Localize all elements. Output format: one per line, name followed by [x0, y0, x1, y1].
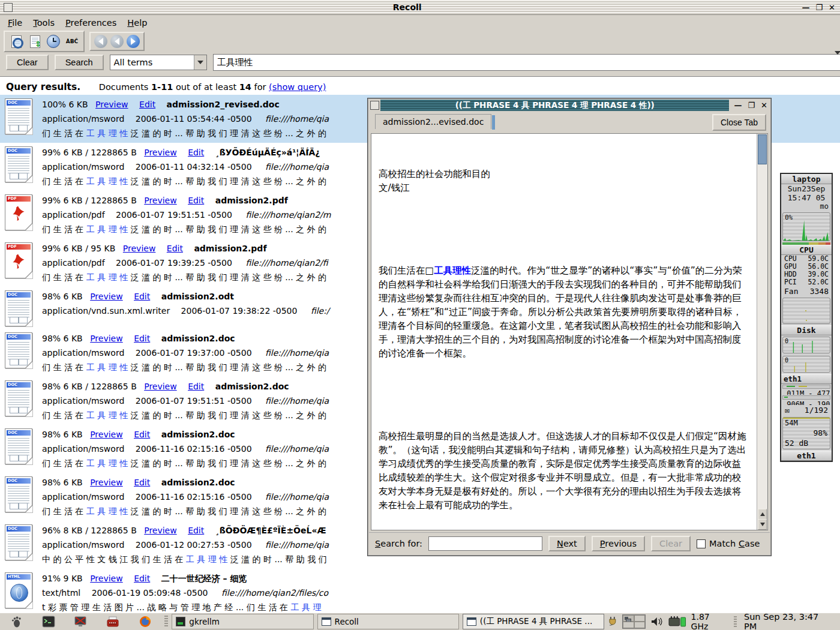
tab-accent [492, 115, 495, 130]
preview-tab[interactable]: admission2...evised.doc [375, 114, 491, 129]
scroll-up-button[interactable] [758, 509, 767, 520]
show-query-link[interactable]: (show query) [269, 82, 326, 92]
preview-link[interactable]: Preview [90, 430, 123, 439]
wireless-rate: 54M [785, 419, 798, 427]
close-button[interactable]: ✕ [829, 4, 835, 11]
next-page-button[interactable] [127, 35, 140, 48]
typewriter-editor-icon[interactable] [105, 614, 121, 629]
edit-link[interactable]: Edit [134, 574, 150, 583]
eth1-footer-label[interactable]: eth1 [781, 451, 832, 461]
preview-window-menu-icon[interactable] [370, 101, 379, 110]
search-button[interactable]: Search [55, 55, 104, 70]
doc-total: 14 [239, 82, 251, 92]
eth1-section-label[interactable]: eth1 [781, 374, 832, 384]
fan-chart[interactable] [782, 298, 830, 324]
scroll-down-button[interactable] [758, 519, 767, 530]
maximize-button[interactable]: ❐ [815, 4, 823, 11]
menubar: File Tools Preferences Help [0, 15, 840, 30]
power-plug-icon[interactable] [608, 616, 617, 628]
prev-page-button[interactable] [110, 35, 124, 48]
result-date: 2006-01-07 19:51:51 -0500 [136, 396, 252, 406]
edit-link[interactable]: Edit [134, 292, 150, 301]
result-url: file:///home/qia [265, 396, 329, 406]
edit-link[interactable]: Edit [188, 526, 204, 535]
taskbar-button-recoll[interactable]: Recoll [317, 614, 459, 629]
result-relevance-size: 98% 6 KB [42, 430, 83, 439]
match-case-option[interactable]: Match Case [697, 539, 760, 548]
disk-chart-1[interactable]: 0 [782, 337, 830, 353]
wireless-quality: 98% [814, 428, 827, 437]
firefox-icon[interactable] [137, 614, 153, 629]
cpu-frequency: 1.87 GHz [691, 612, 729, 630]
wireless-panel[interactable]: 54M 98% 52 dB [782, 417, 830, 449]
preview-link[interactable]: Preview [144, 196, 177, 205]
match-case-checkbox[interactable] [697, 539, 706, 548]
find-previous-button[interactable]: Previous [592, 536, 645, 551]
edit-link[interactable]: Edit [139, 100, 155, 109]
menu-help[interactable]: Help [123, 17, 151, 29]
edit-link[interactable]: Edit [134, 334, 150, 343]
edit-link[interactable]: Edit [167, 244, 183, 253]
globe-icon [10, 584, 28, 602]
preview-link[interactable]: Preview [123, 244, 156, 253]
preview-close-button[interactable]: ✕ [761, 101, 767, 109]
mail-monitor[interactable]: ✉ 1/192 [781, 405, 832, 416]
close-tab-button[interactable]: Close Tab [712, 114, 766, 131]
terminal-icon[interactable] [41, 614, 56, 629]
scrollbar-thumb[interactable] [758, 134, 767, 164]
edit-link[interactable]: Edit [134, 478, 150, 487]
query-input[interactable] [214, 55, 835, 70]
cpu-section-label[interactable]: CPU [781, 245, 832, 255]
preview-link[interactable]: Preview [90, 334, 123, 343]
find-clear-button[interactable]: Clear [651, 536, 691, 551]
term-explorer-icon[interactable]: ÅBĈ [64, 34, 80, 49]
cpu-chart[interactable]: 0% [782, 212, 830, 241]
first-page-button[interactable] [94, 35, 107, 48]
clear-search-icon[interactable] [8, 34, 24, 49]
query-history-arrow-icon[interactable] [835, 55, 840, 70]
panel-drag-handle[interactable] [164, 616, 168, 628]
taskbar-button-preview[interactable]: ((工 PHRASE 4 具 PHRASE ... [463, 614, 604, 629]
preview-maximize-button[interactable]: ❐ [748, 101, 755, 109]
volume-icon[interactable] [650, 616, 664, 627]
menu-file[interactable]: File [4, 17, 26, 29]
window-menu-icon[interactable] [4, 3, 13, 12]
minimize-button[interactable]: — [802, 4, 809, 11]
history-icon[interactable] [46, 34, 61, 49]
disk-section-label[interactable]: Disk [781, 325, 832, 335]
lock-screen-icon[interactable] [73, 614, 88, 629]
preview-link[interactable]: Preview [90, 292, 123, 301]
workspace-pager[interactable] [622, 614, 646, 629]
menu-tools[interactable]: Tools [29, 17, 59, 29]
find-input[interactable] [428, 536, 542, 551]
taskbar-button-gkrellm[interactable]: gkrellm [172, 614, 313, 629]
edit-link[interactable]: Edit [188, 382, 204, 391]
preview-scrollbar[interactable] [757, 134, 767, 530]
sort-by-date-icon[interactable]: ⇕ [27, 34, 43, 49]
net-tx-value: .906M - 190 [781, 400, 832, 406]
search-mode-select[interactable]: All terms [110, 55, 207, 70]
preview-link[interactable]: Preview [144, 526, 177, 535]
toolbar: ⇕ ÅBĈ [0, 30, 840, 53]
preview-link[interactable]: Preview [90, 574, 123, 583]
edit-link[interactable]: Edit [134, 430, 150, 439]
preview-link[interactable]: Preview [144, 382, 177, 391]
result-date: 2006-01-12 00:27:53 -0500 [136, 540, 252, 550]
clock[interactable]: Sun Sep 23, 3:47 PM [742, 612, 836, 630]
disk-chart-2[interactable]: 0 [782, 356, 830, 373]
result-mimetype: application/msword [42, 162, 124, 172]
menu-preferences[interactable]: Preferences [61, 17, 121, 29]
gnome-foot-icon[interactable] [8, 614, 24, 629]
gkrellm-hostname[interactable]: laptop [781, 174, 832, 184]
edit-link[interactable]: Edit [188, 196, 204, 205]
preview-document-text[interactable]: 高校招生的社会功能和目的 文/钱江 我们生活在□工具理性泛滥的时代。作为“世之显… [371, 133, 768, 530]
result-row[interactable]: HTML 91% 9 KB Preview Edit 二十一世纪经济 – 细览 … [0, 569, 840, 614]
preview-link[interactable]: Preview [95, 100, 128, 109]
edit-link[interactable]: Edit [188, 148, 204, 157]
preview-link[interactable]: Preview [90, 478, 123, 487]
cpufreq-battery-icon[interactable] [668, 616, 686, 627]
preview-minimize-button[interactable]: — [734, 101, 742, 109]
preview-link[interactable]: Preview [144, 148, 177, 157]
clear-button[interactable]: Clear [6, 55, 49, 70]
find-next-button[interactable]: Next [548, 536, 586, 551]
